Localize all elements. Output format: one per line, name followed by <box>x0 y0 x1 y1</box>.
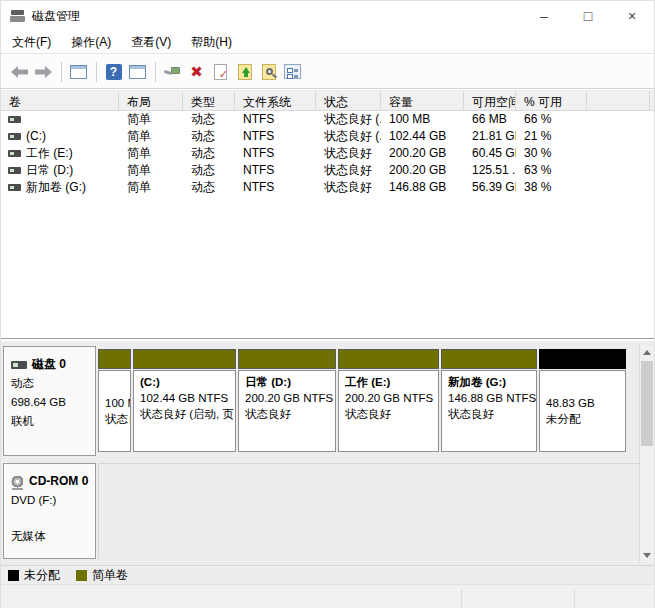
minimize-button[interactable]: – <box>522 1 566 31</box>
check-document-icon <box>214 64 227 80</box>
cell-pct: 66 % <box>516 111 587 128</box>
column-header-status[interactable]: 状态 <box>316 91 381 110</box>
cdrom-drive: DVD (F:) <box>11 491 93 510</box>
legend: 未分配 简单卷 <box>1 565 654 584</box>
table-row[interactable]: 日常 (D:) 简单 动态 NTFS 状态良好 200.20 GB 125.51… <box>1 162 654 179</box>
table-row[interactable]: 新加卷 (G:) 简单 动态 NTFS 状态良好 146.88 GB 56.39… <box>1 179 654 196</box>
extend-volume-button[interactable] <box>233 60 256 84</box>
partition-status: 状态良好 <box>105 411 130 427</box>
menu-action[interactable]: 操作(A) <box>68 31 120 54</box>
title-bar: 磁盘管理 – □ × <box>1 1 654 31</box>
table-row[interactable]: 简单 动态 NTFS 状态良好 (... 100 MB 66 MB 66 % <box>1 111 654 128</box>
menu-help[interactable]: 帮助(H) <box>188 31 241 54</box>
partition-name: (C:) <box>140 374 235 390</box>
simple-volume-color-swatch <box>76 570 87 581</box>
partition-e[interactable]: 工作 (E:) 200.20 GB NTFS 状态良好 <box>338 349 439 452</box>
help-button[interactable]: ? <box>102 60 125 84</box>
partition-system[interactable]: 100 MB 状态良好 <box>98 349 131 452</box>
table-row[interactable]: 工作 (E:) 简单 动态 NTFS 状态良好 200.20 GB 60.45 … <box>1 145 654 162</box>
column-header-volume[interactable]: 卷 <box>1 91 119 110</box>
column-header-layout[interactable]: 布局 <box>119 91 183 110</box>
table-row[interactable]: (C:) 简单 动态 NTFS 状态良好 (... 102.44 GB 21.8… <box>1 128 654 145</box>
cell-type: 动态 <box>183 128 235 145</box>
menu-view[interactable]: 查看(V) <box>128 31 180 54</box>
volume-icon <box>8 184 21 191</box>
device-view-button[interactable] <box>161 60 184 84</box>
column-header-filesystem[interactable]: 文件系统 <box>235 91 316 110</box>
partition-color-bar <box>133 349 236 369</box>
forward-button[interactable] <box>32 60 55 84</box>
vertical-scrollbar[interactable] <box>639 345 654 563</box>
delete-volume-button[interactable]: ✖ <box>185 60 208 84</box>
partition-status: 状态良好 <box>345 406 438 422</box>
scrollbar-down-button[interactable] <box>640 548 654 563</box>
close-button[interactable]: × <box>610 1 654 31</box>
status-bar-separator <box>574 589 575 607</box>
cell-status: 状态良好 <box>316 145 381 162</box>
partition-size: 100 MB <box>105 395 130 411</box>
console-tree-button[interactable]: ◂ <box>67 60 90 84</box>
graphical-view-pane: 磁盘 0 动态 698.64 GB 联机 100 MB 状态良好 (C:) 10… <box>1 341 654 584</box>
mark-partition-button[interactable] <box>209 60 232 84</box>
partition-color-bar <box>98 349 131 369</box>
volume-name: 新加卷 (G:) <box>26 179 86 196</box>
toolbar-separator <box>96 62 97 82</box>
disk0-status: 联机 <box>11 412 93 431</box>
maximize-button[interactable]: □ <box>566 1 610 31</box>
cell-free: 21.81 GB <box>464 128 516 145</box>
partition-color-bar <box>238 349 336 369</box>
partition-size: 200.20 GB NTFS <box>245 390 335 406</box>
column-header-capacity[interactable]: 容量 <box>381 91 464 110</box>
action-pane-button[interactable]: ▸ <box>126 60 149 84</box>
cell-status: 状态良好 <box>316 179 381 196</box>
volume-icon <box>8 150 21 157</box>
toolbar-separator <box>61 62 62 82</box>
legend-label: 简单卷 <box>92 567 128 584</box>
volume-icon <box>8 133 21 140</box>
disk0-info-panel[interactable]: 磁盘 0 动态 698.64 GB 联机 <box>3 346 96 456</box>
partition-name: 日常 (D:) <box>245 374 335 390</box>
cell-status: 状态良好 (... <box>316 128 381 145</box>
explore-volume-button[interactable] <box>257 60 280 84</box>
partition-unallocated[interactable]: 48.83 GB 未分配 <box>539 349 626 452</box>
properties-button[interactable] <box>281 60 304 84</box>
disk-management-window: 磁盘管理 – □ × 文件(F) 操作(A) 查看(V) 帮助(H) ◂ ? ▸ <box>0 0 655 608</box>
cell-type: 动态 <box>183 145 235 162</box>
column-header-type[interactable]: 类型 <box>183 91 235 110</box>
window-controls: – □ × <box>522 1 654 31</box>
toolbar-separator <box>155 62 156 82</box>
column-header-free-space[interactable]: 可用空间 <box>464 91 516 110</box>
column-header-pct-free[interactable]: % 可用 <box>516 91 587 110</box>
partition-d[interactable]: 日常 (D:) 200.20 GB NTFS 状态良好 <box>238 349 336 452</box>
disk0-size: 698.64 GB <box>11 393 93 412</box>
partition-color-bar <box>539 349 626 369</box>
cell-free: 125.51 ... <box>464 162 516 179</box>
partition-name: 工作 (E:) <box>345 374 438 390</box>
partition-c[interactable]: (C:) 102.44 GB NTFS 状态良好 (启动, 页 <box>133 349 236 452</box>
cell-layout: 简单 <box>119 145 183 162</box>
cell-pct: 63 % <box>516 162 587 179</box>
back-button[interactable] <box>8 60 31 84</box>
cell-capacity: 146.88 GB <box>381 179 464 196</box>
partition-status: 未分配 <box>546 411 625 427</box>
scrollbar-up-button[interactable] <box>640 345 654 360</box>
volume-list: 卷 布局 类型 文件系统 状态 容量 可用空间 % 可用 简单 动态 NTFS … <box>1 90 654 338</box>
cell-fs: NTFS <box>235 145 316 162</box>
cdrom-info-panel[interactable]: CD-ROM 0 DVD (F:) 无媒体 <box>3 463 96 559</box>
disk0-type: 动态 <box>11 374 93 393</box>
disk0-name: 磁盘 0 <box>32 355 66 374</box>
chevron-up-icon <box>643 350 651 355</box>
partition-size: 102.44 GB NTFS <box>140 390 235 406</box>
cell-capacity: 200.20 GB <box>381 145 464 162</box>
menu-file[interactable]: 文件(F) <box>9 31 60 54</box>
legend-unallocated: 未分配 <box>8 567 60 584</box>
partition-status: 状态良好 <box>245 406 335 422</box>
device-view-icon <box>164 66 182 78</box>
partition-g[interactable]: 新加卷 (G:) 146.88 GB NTFS 状态良好 <box>441 349 537 452</box>
scrollbar-thumb[interactable] <box>641 361 653 446</box>
header-spacer <box>650 91 654 110</box>
partition-size: 48.83 GB <box>546 395 625 411</box>
legend-label: 未分配 <box>24 567 60 584</box>
cdrom-media: 无媒体 <box>11 527 93 546</box>
back-icon <box>11 66 28 78</box>
